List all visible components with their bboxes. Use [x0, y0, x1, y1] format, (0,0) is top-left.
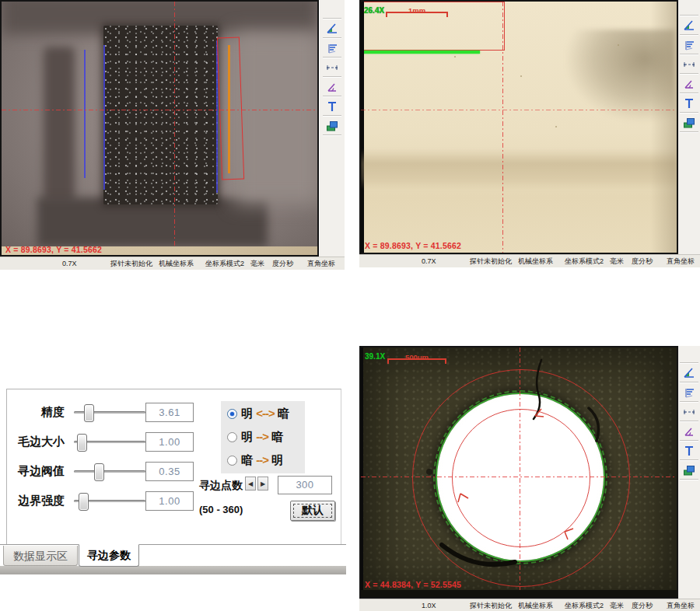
slider-thumb[interactable]	[77, 434, 87, 452]
coord-system[interactable]: 机械坐标系	[518, 255, 553, 267]
toolbar-separator	[680, 112, 698, 113]
point-count-value[interactable]: 300	[278, 476, 332, 494]
toolbar-separator	[680, 382, 698, 383]
probe-status[interactable]: 探针未初始化	[470, 255, 512, 267]
toolbar-separator	[680, 15, 698, 16]
edge-threshold-slider[interactable]	[74, 463, 145, 480]
coord-mode[interactable]: 坐标系模式2	[205, 257, 244, 270]
parallel-lines-button[interactable]	[323, 40, 341, 56]
magnification-label: 39.1X	[365, 352, 385, 361]
parallel-lines-icon	[682, 386, 696, 400]
unit-angle[interactable]: 度分秒	[272, 257, 293, 270]
parallel-lines-button[interactable]	[680, 385, 698, 400]
text-annotation-button[interactable]	[680, 96, 698, 111]
default-button[interactable]: 默认	[290, 501, 335, 521]
coord-system[interactable]: 机械坐标系	[159, 257, 194, 270]
toolbar-separator	[323, 134, 341, 136]
unit-angle[interactable]: 度分秒	[632, 599, 653, 611]
toolbar-separator	[680, 73, 698, 75]
part-edge-band	[361, 149, 677, 190]
parallel-lines-icon	[682, 38, 696, 52]
radio-circle[interactable]	[227, 456, 237, 466]
unit-length[interactable]: 毫米	[250, 257, 264, 270]
toolbar-separator	[680, 93, 698, 94]
slider-track[interactable]	[74, 470, 145, 473]
angle-button[interactable]	[680, 424, 698, 439]
radio-dark-to-light[interactable]: 暗 --> 明	[227, 452, 283, 469]
burr-size-slider[interactable]	[74, 433, 145, 450]
boundary-strength-slider[interactable]	[74, 492, 145, 509]
probe-status[interactable]: 探针未初始化	[470, 599, 512, 611]
toolbar-separator	[323, 18, 341, 19]
magnification-label: 26.4X	[364, 6, 384, 15]
toolbar-separator	[680, 421, 698, 422]
angle-measure-button[interactable]	[323, 21, 341, 37]
text-annotation-icon	[682, 444, 696, 458]
text-annotation-button[interactable]	[323, 99, 341, 114]
image-dark-region	[44, 47, 75, 204]
slider-thumb[interactable]	[79, 493, 89, 511]
edge-threshold-label: 寻边阀值	[7, 464, 65, 479]
coord-mode[interactable]: 坐标系模式2	[565, 599, 604, 611]
distance-button[interactable]	[680, 57, 698, 72]
toolbar-separator	[680, 362, 698, 364]
image-shading	[650, 2, 677, 253]
stage-coordinates: X = 44.8384, Y = 52.5545	[365, 580, 461, 589]
rectangles-icon	[682, 463, 696, 477]
sample-chip	[103, 26, 218, 204]
scale-bar-label: 500um	[387, 353, 446, 361]
crosshair-horizontal	[2, 110, 317, 110]
point-count-decrement-button[interactable]: ◀	[245, 477, 256, 491]
distance-button[interactable]	[323, 60, 341, 75]
radio-circle[interactable]	[227, 432, 237, 442]
unit-angle[interactable]: 度分秒	[632, 255, 653, 267]
radio-light-dark-both[interactable]: 明 <--> 暗	[227, 405, 289, 422]
rectangles-icon	[682, 116, 696, 130]
distance-icon	[325, 61, 339, 75]
slider-thumb[interactable]	[84, 404, 94, 422]
angle-measure-button[interactable]	[680, 18, 698, 33]
coord-mode[interactable]: 坐标系模式2	[565, 255, 604, 267]
image-bottom-strip	[361, 590, 677, 597]
slider-thumb[interactable]	[94, 463, 104, 481]
distance-button[interactable]	[680, 404, 698, 420]
angle-button[interactable]	[323, 79, 341, 95]
tab-data-display[interactable]: 数据显示区	[3, 546, 78, 566]
precision-label: 精度	[7, 405, 65, 420]
camera-viewport-3[interactable]: 39.1X 500um X = 44.8384, Y = 52.5545	[359, 346, 678, 599]
crosshair-vertical	[502, 2, 503, 253]
rectangles-button[interactable]	[680, 463, 698, 478]
coord-type[interactable]: 直角坐标	[667, 599, 695, 611]
coord-system[interactable]: 机械坐标系	[518, 599, 553, 611]
angle-measure-button[interactable]	[680, 365, 698, 381]
edge-detect-line	[103, 45, 105, 190]
parallel-lines-icon	[325, 41, 339, 55]
precision-value: 3.61	[145, 403, 194, 422]
text-annotation-button[interactable]	[680, 443, 698, 459]
rectangles-button[interactable]	[680, 115, 698, 131]
angle-button[interactable]	[680, 76, 698, 92]
image-dark-region	[37, 197, 268, 247]
coord-type[interactable]: 直角坐标	[307, 257, 335, 270]
toolbar-separator	[680, 479, 698, 480]
burr-size-value: 1.00	[145, 432, 194, 452]
boundary-strength-label: 边界强度	[7, 494, 65, 508]
toolbar-separator	[680, 440, 698, 442]
crosshair-horizontal	[361, 110, 677, 110]
camera-viewport-2[interactable]: 26.4X 1mm X = 89.8693, Y = 41.5662	[359, 0, 678, 254]
toolbar-separator	[323, 37, 341, 39]
defect-overlay	[361, 347, 677, 597]
rectangles-button[interactable]	[323, 118, 341, 134]
unit-length[interactable]: 毫米	[610, 255, 624, 267]
radio-circle[interactable]	[227, 409, 237, 419]
probe-status[interactable]: 探针未初始化	[110, 257, 152, 270]
radio-light-to-dark[interactable]: 明 --> 暗	[227, 428, 283, 445]
point-count-increment-button[interactable]: ▶	[257, 477, 268, 491]
camera-viewport-1[interactable]: X = 89.8693, Y = 41.5662	[0, 0, 319, 257]
tab-edge-params[interactable]: 寻边参数	[79, 544, 139, 567]
coord-type[interactable]: 直角坐标	[667, 255, 695, 267]
precision-slider[interactable]	[74, 403, 145, 421]
toolbar-separator	[323, 76, 341, 78]
unit-length[interactable]: 毫米	[610, 599, 624, 611]
parallel-lines-button[interactable]	[680, 37, 698, 53]
